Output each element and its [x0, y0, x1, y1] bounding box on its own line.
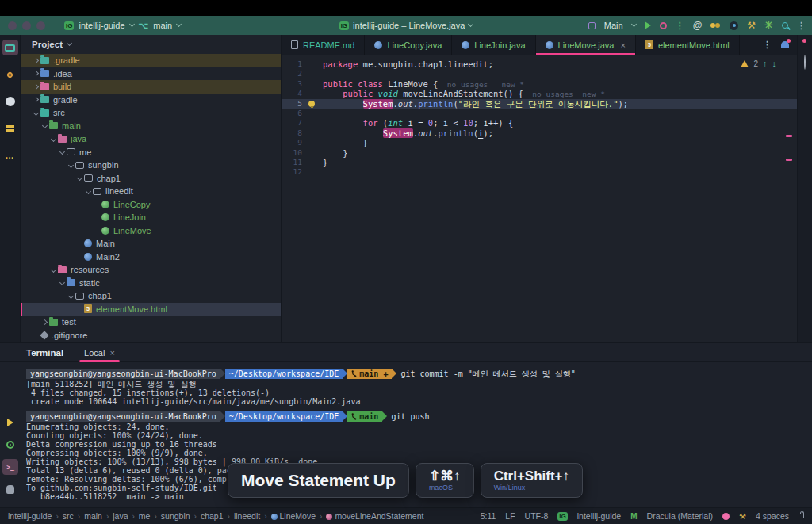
- line-number[interactable]: 2: [282, 69, 302, 78]
- code-line-12[interactable]: 12: [282, 167, 797, 177]
- editor-tab-LineCopy-java[interactable]: LineCopy.java: [365, 35, 452, 55]
- tree-row-sungbin[interactable]: sungbin: [21, 159, 281, 172]
- line-number[interactable]: 6: [282, 109, 302, 118]
- tool-stripe-services-button[interactable]: [2, 437, 18, 453]
- breadcrumb-item-sungbin[interactable]: sungbin: [161, 511, 190, 521]
- tree-row--gitignore[interactable]: .gitignore: [21, 329, 281, 342]
- tree-row-java[interactable]: java: [21, 132, 281, 146]
- tree-chevron-icon[interactable]: [58, 281, 66, 285]
- terminal-tab-local[interactable]: Local ×: [82, 343, 117, 362]
- line-number[interactable]: 10: [282, 148, 302, 158]
- tree-chevron-icon[interactable]: [58, 150, 66, 154]
- tool-stripe-project-button[interactable]: [2, 40, 18, 55]
- tree-chevron-icon[interactable]: [32, 98, 40, 101]
- close-icon[interactable]: ×: [109, 348, 114, 358]
- close-icon[interactable]: ×: [620, 40, 625, 50]
- search-everywhere-button[interactable]: [782, 22, 788, 29]
- tab-options-button[interactable]: ⋮: [763, 40, 772, 50]
- tree-row-Main[interactable]: Main: [21, 237, 281, 251]
- terminal-title[interactable]: Terminal: [26, 348, 63, 358]
- tree-row-chap1[interactable]: chap1: [21, 289, 281, 303]
- tree-chevron-icon[interactable]: [32, 85, 40, 89]
- code-line-9[interactable]: 9 }: [282, 138, 797, 147]
- breadcrumb-item-LineMove[interactable]: LineMove: [271, 511, 316, 521]
- file-encoding[interactable]: UTF-8: [525, 511, 549, 521]
- theme-name[interactable]: Dracula (Material): [647, 511, 713, 521]
- tree-row-resources[interactable]: resources: [21, 263, 281, 277]
- breadcrumb-item-java[interactable]: java: [113, 511, 128, 521]
- tool-stripe-problems-button[interactable]: [2, 481, 18, 497]
- record-button[interactable]: [730, 21, 738, 30]
- tree-row--gradle[interactable]: .gradle: [21, 54, 281, 67]
- plugin-icon[interactable]: ✳: [764, 21, 773, 29]
- tool-stripe-github-button[interactable]: [2, 94, 18, 109]
- tree-chevron-icon[interactable]: [84, 189, 92, 193]
- code-with-me-button[interactable]: [710, 22, 721, 29]
- minimize-window-button[interactable]: [22, 21, 31, 30]
- breadcrumb-item-chap1[interactable]: chap1: [201, 511, 224, 521]
- tree-chevron-icon[interactable]: [67, 294, 75, 298]
- tree-row-build[interactable]: build: [21, 80, 281, 94]
- line-number[interactable]: 11: [282, 158, 302, 167]
- breadcrumb-item-intellij-guide[interactable]: intellij-guide: [8, 511, 52, 521]
- accent-color-dot[interactable]: [722, 513, 730, 520]
- code-line-5[interactable]: 5 System.out.println("라인 혹은 구문 단위로 이동시킵니…: [282, 99, 797, 109]
- branch-selector[interactable]: main: [153, 21, 172, 30]
- line-separator[interactable]: LF: [505, 511, 515, 521]
- breadcrumb-item-moveLineAndStatement[interactable]: moveLineAndStatement: [326, 511, 423, 521]
- tree-row-main[interactable]: main: [21, 120, 281, 133]
- debug-button[interactable]: [660, 22, 667, 29]
- tree-row-elementMove-html[interactable]: 5elementMove.html: [21, 303, 281, 316]
- code-line-10[interactable]: 10 }: [282, 148, 797, 158]
- tool-stripe-terminal-button[interactable]: >_: [2, 459, 18, 475]
- tree-chevron-icon[interactable]: [32, 59, 40, 63]
- tree-row-LineMove[interactable]: LineMove: [21, 224, 281, 238]
- main-menu-button[interactable]: ⋮: [797, 21, 806, 31]
- caret-position[interactable]: 5:11: [481, 511, 496, 521]
- breadcrumb-item-lineedit[interactable]: lineedit: [234, 511, 260, 521]
- tree-row-LineJoin[interactable]: LineJoin: [21, 211, 281, 224]
- tree-chevron-icon[interactable]: [49, 137, 57, 141]
- tree-chevron-icon[interactable]: [32, 71, 40, 75]
- project-selector[interactable]: intellij-guide: [79, 21, 124, 30]
- line-number[interactable]: 1: [282, 59, 302, 69]
- tree-chevron-icon[interactable]: [75, 176, 83, 180]
- tree-chevron-icon[interactable]: [67, 163, 75, 167]
- tree-row-static[interactable]: static: [21, 277, 281, 290]
- code-line-3[interactable]: 3public class LineMove { no usages new *: [282, 79, 797, 89]
- breadcrumb-item-src[interactable]: src: [63, 511, 74, 521]
- line-number[interactable]: 3: [282, 79, 302, 89]
- code-line-8[interactable]: 8 System.out.println(i);: [282, 128, 797, 138]
- tool-stripe-more-button[interactable]: …: [2, 147, 18, 163]
- breadcrumb-item-me[interactable]: me: [139, 511, 151, 521]
- line-number[interactable]: 12: [282, 167, 302, 177]
- editor-tab-elementMove-html[interactable]: 5elementMove.html: [636, 35, 740, 55]
- lock-icon[interactable]: [799, 514, 804, 518]
- run-config-selector[interactable]: Main: [604, 21, 623, 30]
- build-tools-icon[interactable]: ⚒: [747, 21, 756, 29]
- editor-tab-LineJoin-java[interactable]: LineJoin.java: [452, 35, 535, 55]
- editor-tab-README-md[interactable]: README.md: [282, 35, 365, 55]
- tree-chevron-icon[interactable]: [32, 111, 40, 115]
- tree-row-LineCopy[interactable]: LineCopy: [21, 198, 281, 212]
- run-button[interactable]: [645, 21, 651, 29]
- indent-setting[interactable]: 4 spaces: [756, 511, 789, 521]
- code-line-7[interactable]: 7 for (int i = 0; i < 10; i++) {: [282, 118, 797, 128]
- tree-chevron-icon[interactable]: [40, 124, 48, 128]
- intention-lightbulb-icon[interactable]: [308, 101, 315, 107]
- tree-row-src[interactable]: src: [21, 106, 281, 120]
- close-window-button[interactable]: [8, 21, 17, 30]
- code-line-4[interactable]: 4 public void moveLineAndStatement() { n…: [282, 89, 797, 98]
- line-number[interactable]: 7: [282, 118, 302, 128]
- tool-stripe-commit-button[interactable]: [2, 67, 18, 82]
- tree-chevron-icon[interactable]: [40, 320, 48, 324]
- tool-stripe-ai-assistant-button[interactable]: [804, 55, 806, 70]
- tree-chevron-icon[interactable]: [49, 268, 57, 272]
- line-number[interactable]: 5: [282, 99, 302, 109]
- tree-row-gradle[interactable]: gradle: [21, 94, 281, 107]
- code-line-1[interactable]: 1package me.sungbin.chap1.lineedit;: [282, 59, 797, 69]
- line-number[interactable]: 9: [282, 138, 302, 147]
- tree-row-Main2[interactable]: Main2: [21, 251, 281, 264]
- tree-row-test[interactable]: test: [21, 316, 281, 329]
- project-panel-title[interactable]: Project: [32, 40, 63, 49]
